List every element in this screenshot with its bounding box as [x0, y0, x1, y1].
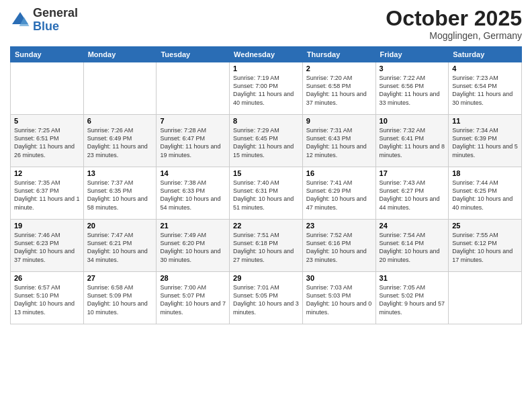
header-tuesday: Tuesday [157, 47, 230, 62]
day-info: Sunrise: 7:51 AM Sunset: 6:18 PM Dayligh… [233, 231, 299, 264]
day-info: Sunrise: 7:47 AM Sunset: 6:21 PM Dayligh… [87, 231, 153, 264]
day-info: Sunrise: 7:29 AM Sunset: 6:45 PM Dayligh… [233, 126, 299, 159]
calendar-cell [83, 62, 157, 115]
day-number: 22 [233, 222, 299, 230]
calendar-cell: 6Sunrise: 7:26 AM Sunset: 6:49 PM Daylig… [83, 115, 157, 167]
logo: General Blue [10, 7, 78, 34]
day-number: 11 [452, 117, 518, 125]
calendar-cell: 3Sunrise: 7:22 AM Sunset: 6:56 PM Daylig… [375, 62, 449, 115]
day-info: Sunrise: 7:01 AM Sunset: 5:05 PM Dayligh… [233, 283, 299, 316]
calendar-cell: 2Sunrise: 7:20 AM Sunset: 6:58 PM Daylig… [302, 62, 375, 115]
day-info: Sunrise: 7:32 AM Sunset: 6:41 PM Dayligh… [380, 126, 445, 159]
calendar-cell [449, 272, 522, 324]
day-info: Sunrise: 6:58 AM Sunset: 5:09 PM Dayligh… [87, 283, 153, 316]
calendar-header: Sunday Monday Tuesday Wednesday Thursday… [11, 47, 522, 62]
day-number: 15 [233, 169, 299, 177]
calendar-cell: 22Sunrise: 7:51 AM Sunset: 6:18 PM Dayli… [230, 220, 303, 272]
day-info: Sunrise: 7:19 AM Sunset: 7:00 PM Dayligh… [233, 74, 299, 107]
header-wednesday: Wednesday [230, 47, 303, 62]
day-info: Sunrise: 7:54 AM Sunset: 6:14 PM Dayligh… [380, 231, 445, 264]
calendar-cell: 21Sunrise: 7:49 AM Sunset: 6:20 PM Dayli… [157, 220, 230, 272]
calendar-cell: 23Sunrise: 7:52 AM Sunset: 6:16 PM Dayli… [302, 220, 375, 272]
calendar-cell: 17Sunrise: 7:43 AM Sunset: 6:27 PM Dayli… [375, 167, 449, 220]
day-number: 24 [380, 222, 445, 230]
title-section: October 2025 Mogglingen, Germany [386, 7, 522, 41]
day-number: 6 [87, 117, 153, 125]
header-saturday: Saturday [449, 47, 522, 62]
header-sunday: Sunday [11, 47, 84, 62]
day-number: 4 [452, 64, 518, 73]
calendar-cell: 31Sunrise: 7:05 AM Sunset: 5:02 PM Dayli… [375, 272, 449, 324]
title-location: Mogglingen, Germany [386, 30, 522, 41]
day-number: 17 [380, 169, 445, 177]
day-number: 12 [14, 169, 80, 177]
day-number: 2 [306, 64, 372, 73]
calendar-cell: 29Sunrise: 7:01 AM Sunset: 5:05 PM Dayli… [230, 272, 303, 324]
logo-blue: Blue [33, 20, 78, 34]
day-info: Sunrise: 7:23 AM Sunset: 6:54 PM Dayligh… [452, 74, 518, 107]
day-info: Sunrise: 7:03 AM Sunset: 5:03 PM Dayligh… [306, 283, 372, 316]
calendar-cell: 12Sunrise: 7:35 AM Sunset: 6:37 PM Dayli… [11, 167, 84, 220]
calendar-week-4: 19Sunrise: 7:46 AM Sunset: 6:23 PM Dayli… [11, 220, 522, 272]
calendar-week-3: 12Sunrise: 7:35 AM Sunset: 6:37 PM Dayli… [11, 167, 522, 220]
day-number: 28 [160, 274, 226, 282]
day-info: Sunrise: 7:26 AM Sunset: 6:49 PM Dayligh… [87, 126, 153, 159]
calendar-cell: 5Sunrise: 7:25 AM Sunset: 6:51 PM Daylig… [11, 115, 84, 167]
day-info: Sunrise: 7:44 AM Sunset: 6:25 PM Dayligh… [452, 179, 518, 212]
calendar-cell: 18Sunrise: 7:44 AM Sunset: 6:25 PM Dayli… [449, 167, 522, 220]
day-info: Sunrise: 7:43 AM Sunset: 6:27 PM Dayligh… [380, 179, 445, 212]
day-number: 29 [233, 274, 299, 282]
day-number: 20 [87, 222, 153, 230]
calendar-cell: 9Sunrise: 7:31 AM Sunset: 6:43 PM Daylig… [302, 115, 375, 167]
logo-general: General [33, 7, 78, 20]
calendar-cell [11, 62, 84, 115]
day-number: 31 [380, 274, 445, 282]
day-number: 5 [14, 117, 80, 125]
calendar-cell [157, 62, 230, 115]
header-monday: Monday [83, 47, 157, 62]
calendar-cell: 26Sunrise: 6:57 AM Sunset: 5:10 PM Dayli… [11, 272, 84, 324]
day-info: Sunrise: 7:00 AM Sunset: 5:07 PM Dayligh… [160, 283, 226, 316]
calendar-cell: 4Sunrise: 7:23 AM Sunset: 6:54 PM Daylig… [449, 62, 522, 115]
day-info: Sunrise: 7:37 AM Sunset: 6:35 PM Dayligh… [87, 179, 153, 212]
calendar-cell: 27Sunrise: 6:58 AM Sunset: 5:09 PM Dayli… [83, 272, 157, 324]
calendar-cell: 8Sunrise: 7:29 AM Sunset: 6:45 PM Daylig… [230, 115, 303, 167]
day-number: 30 [306, 274, 372, 282]
calendar-table: Sunday Monday Tuesday Wednesday Thursday… [10, 46, 522, 324]
calendar-cell: 1Sunrise: 7:19 AM Sunset: 7:00 PM Daylig… [230, 62, 303, 115]
day-number: 10 [380, 117, 445, 125]
day-info: Sunrise: 7:38 AM Sunset: 6:33 PM Dayligh… [160, 179, 226, 212]
day-info: Sunrise: 7:55 AM Sunset: 6:12 PM Dayligh… [452, 231, 518, 264]
calendar-cell: 30Sunrise: 7:03 AM Sunset: 5:03 PM Dayli… [302, 272, 375, 324]
calendar-cell: 14Sunrise: 7:38 AM Sunset: 6:33 PM Dayli… [157, 167, 230, 220]
day-info: Sunrise: 7:22 AM Sunset: 6:56 PM Dayligh… [380, 74, 445, 107]
day-number: 1 [233, 64, 299, 73]
header-row: Sunday Monday Tuesday Wednesday Thursday… [11, 47, 522, 62]
day-info: Sunrise: 7:05 AM Sunset: 5:02 PM Dayligh… [380, 283, 445, 316]
calendar-cell: 16Sunrise: 7:41 AM Sunset: 6:29 PM Dayli… [302, 167, 375, 220]
title-month: October 2025 [386, 7, 522, 30]
day-info: Sunrise: 7:52 AM Sunset: 6:16 PM Dayligh… [306, 231, 372, 264]
day-info: Sunrise: 6:57 AM Sunset: 5:10 PM Dayligh… [14, 283, 80, 316]
day-info: Sunrise: 7:49 AM Sunset: 6:20 PM Dayligh… [160, 231, 226, 264]
day-info: Sunrise: 7:40 AM Sunset: 6:31 PM Dayligh… [233, 179, 299, 212]
day-number: 14 [160, 169, 226, 177]
day-info: Sunrise: 7:31 AM Sunset: 6:43 PM Dayligh… [306, 126, 372, 159]
logo-icon [10, 10, 30, 30]
day-info: Sunrise: 7:34 AM Sunset: 6:39 PM Dayligh… [452, 126, 518, 159]
day-number: 27 [87, 274, 153, 282]
calendar-body: 1Sunrise: 7:19 AM Sunset: 7:00 PM Daylig… [11, 62, 522, 324]
header-thursday: Thursday [302, 47, 375, 62]
day-number: 8 [233, 117, 299, 125]
day-number: 18 [452, 169, 518, 177]
day-number: 19 [14, 222, 80, 230]
day-number: 23 [306, 222, 372, 230]
day-number: 21 [160, 222, 226, 230]
calendar-week-5: 26Sunrise: 6:57 AM Sunset: 5:10 PM Dayli… [11, 272, 522, 324]
day-info: Sunrise: 7:35 AM Sunset: 6:37 PM Dayligh… [14, 179, 80, 212]
calendar-cell: 20Sunrise: 7:47 AM Sunset: 6:21 PM Dayli… [83, 220, 157, 272]
calendar-cell: 15Sunrise: 7:40 AM Sunset: 6:31 PM Dayli… [230, 167, 303, 220]
logo-text: General Blue [33, 7, 78, 34]
day-number: 3 [380, 64, 445, 73]
day-number: 13 [87, 169, 153, 177]
